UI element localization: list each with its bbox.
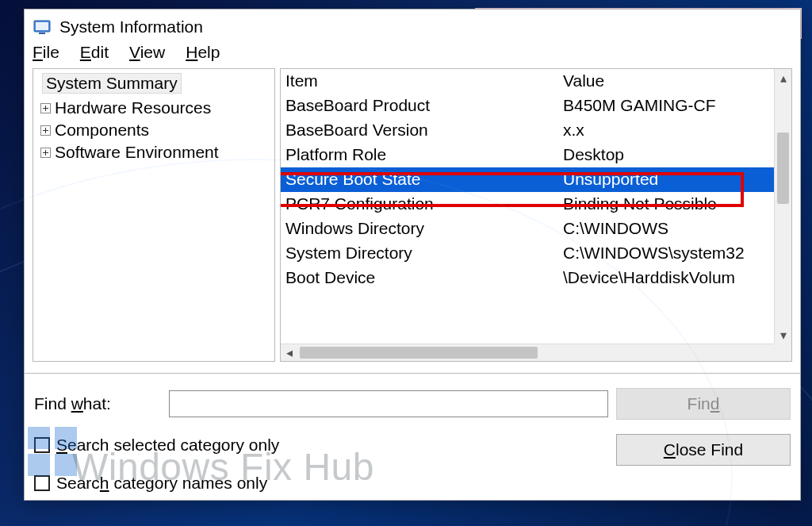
scroll-track[interactable] [298,344,774,361]
list-row[interactable]: BaseBoard Versionx.x [281,118,774,143]
list-row[interactable]: PCR7 ConfigurationBinding Not Possible [281,192,774,217]
list-cell-value: B450M GAMING-CF [563,96,769,115]
app-icon [33,17,52,36]
tree-item-components[interactable]: Components [55,121,149,140]
list-row[interactable]: Windows DirectoryC:\WINDOWS [281,217,774,241]
column-header-item[interactable]: Item [285,71,563,90]
list-cell-item: Boot Device [285,268,563,287]
svg-rect-2 [39,33,45,34]
expand-icon[interactable] [40,102,52,114]
column-header-value[interactable]: Value [563,71,769,90]
checkbox-label: Search category names only [56,474,267,493]
scroll-up-icon[interactable]: ▴ [775,69,792,86]
scroll-thumb[interactable] [300,347,538,359]
svg-rect-1 [36,22,48,30]
scroll-track[interactable] [775,86,791,326]
scroll-down-icon[interactable]: ▾ [775,326,792,344]
list-cell-item: System Directory [285,244,563,263]
list-cell-value: Desktop [563,145,769,164]
list-row[interactable]: Boot Device\Device\HarddiskVolum [281,266,774,290]
titlebar: System Information [25,10,800,41]
list-row[interactable]: Platform RoleDesktop [281,143,774,167]
list-cell-value: Binding Not Possible [563,194,769,213]
vertical-scrollbar[interactable]: ▴ ▾ [774,69,791,344]
scroll-corner [774,344,791,361]
window-title: System Information [59,17,203,36]
tree-item-software-environment[interactable]: Software Environment [55,143,219,162]
scroll-left-icon[interactable]: ◂ [281,344,298,362]
checkbox-search-category-names[interactable]: Search category names only [34,474,608,493]
list-row[interactable]: BaseBoard ProductB450M GAMING-CF [281,94,774,118]
scroll-thumb[interactable] [777,132,789,204]
details-list[interactable]: ItemValueBaseBoard ProductB450M GAMING-C… [280,68,792,362]
find-what-label: Find what: [34,394,161,413]
watermark-text: Windows Fix Hub [72,445,374,489]
checkbox-label: Search selected category only [56,436,279,455]
menu-view[interactable]: View [129,43,165,62]
list-cell-item: Platform Role [285,145,563,164]
checkbox-icon[interactable] [34,475,50,491]
tree-root-system-summary[interactable]: System Summary [42,73,182,94]
system-information-window: System Information File Edit View Help S… [24,9,801,501]
expand-icon[interactable] [40,147,52,159]
list-cell-value: C:\WINDOWS [563,219,769,238]
list-cell-item: PCR7 Configuration [285,194,563,213]
list-cell-value: x.x [563,121,769,140]
tree-item-hardware-resources[interactable]: Hardware Resources [55,98,211,117]
menu-file[interactable]: File [33,43,59,62]
list-cell-value: Unsupported [563,170,769,189]
checkbox-search-selected-category[interactable]: Search selected category only [34,436,608,455]
list-row[interactable]: Secure Boot StateUnsupported [281,167,774,192]
menu-help[interactable]: Help [186,43,220,62]
find-panel: Find what: Find Search selected category… [25,373,800,500]
list-cell-value: C:\WINDOWS\system32 [563,244,769,263]
horizontal-scrollbar[interactable]: ◂ ▸ [281,344,791,361]
watermark-logo-icon [28,427,79,478]
list-cell-item: Secure Boot State [285,170,563,189]
find-input[interactable] [169,390,608,417]
list-cell-item: BaseBoard Product [285,96,563,115]
list-row[interactable]: System DirectoryC:\WINDOWS\system32 [281,241,774,266]
category-tree[interactable]: System Summary Hardware Resources Compon… [33,68,275,362]
list-header-row[interactable]: ItemValue [281,69,774,94]
menu-edit[interactable]: Edit [80,43,109,62]
list-cell-item: BaseBoard Version [285,121,563,140]
close-find-button[interactable]: Close Find [616,434,791,466]
checkbox-icon[interactable] [34,437,50,453]
expand-icon[interactable] [40,125,52,136]
menubar: File Edit View Help [25,41,800,68]
list-cell-value: \Device\HarddiskVolum [563,268,769,287]
list-cell-item: Windows Directory [285,219,563,238]
find-button[interactable]: Find [616,388,791,420]
